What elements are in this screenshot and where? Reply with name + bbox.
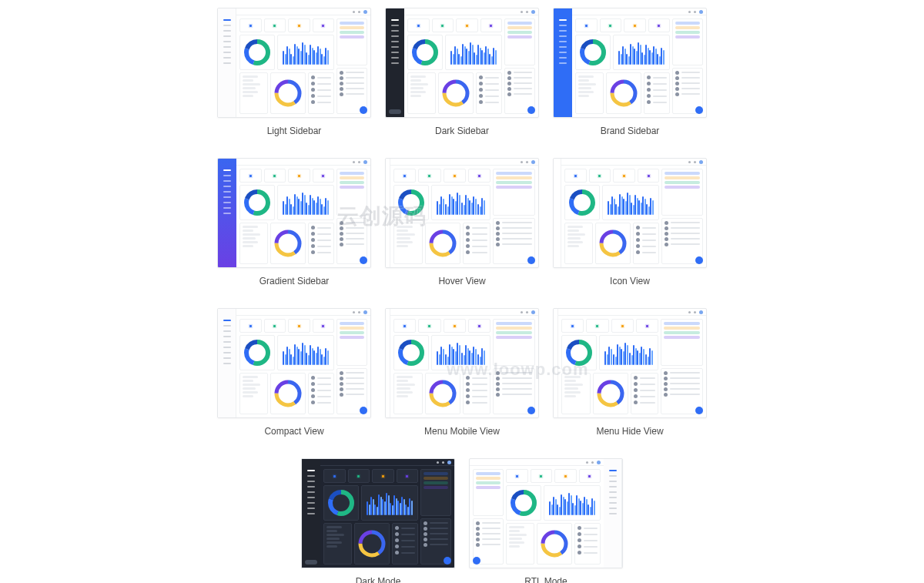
- box-icon[interactable]: [554, 469, 577, 483]
- gear-icon[interactable]: [526, 161, 528, 163]
- theme-thumb-rtl-mode[interactable]: [469, 458, 623, 568]
- box-icon[interactable]: [444, 169, 466, 183]
- fab-button[interactable]: [695, 106, 703, 114]
- chart-icon[interactable]: [531, 469, 553, 483]
- chart-icon[interactable]: [418, 319, 440, 333]
- users-icon[interactable]: [407, 18, 430, 32]
- avatar[interactable]: [363, 10, 367, 14]
- box-icon[interactable]: [624, 18, 646, 32]
- sidebar[interactable]: [604, 459, 622, 568]
- box-icon[interactable]: [444, 319, 466, 333]
- bell-icon[interactable]: [353, 311, 355, 313]
- fab-button[interactable]: [527, 106, 535, 114]
- avatar[interactable]: [363, 160, 367, 164]
- bell-icon[interactable]: [521, 11, 523, 13]
- bell-icon[interactable]: [521, 311, 523, 313]
- users-icon[interactable]: [393, 319, 416, 333]
- bell-icon[interactable]: [437, 461, 439, 464]
- chart-icon[interactable]: [264, 319, 286, 333]
- users-icon[interactable]: [393, 169, 416, 183]
- users-icon[interactable]: [506, 469, 528, 483]
- bell-icon[interactable]: [688, 161, 691, 163]
- theme-thumb-menu-mobile-view[interactable]: [385, 308, 539, 418]
- fab-button[interactable]: [695, 256, 703, 264]
- signal-icon[interactable]: [636, 319, 658, 333]
- gear-icon[interactable]: [526, 311, 528, 313]
- users-icon[interactable]: [323, 469, 346, 483]
- chart-icon[interactable]: [586, 319, 608, 333]
- chart-icon[interactable]: [264, 18, 286, 32]
- box-icon[interactable]: [611, 319, 634, 333]
- sidebar[interactable]: [554, 159, 561, 267]
- chart-icon[interactable]: [600, 18, 622, 32]
- fab-button[interactable]: [695, 407, 703, 414]
- sidebar[interactable]: [554, 8, 572, 117]
- users-icon[interactable]: [575, 18, 598, 32]
- avatar[interactable]: [699, 10, 703, 14]
- theme-thumb-icon-view[interactable]: [553, 158, 707, 268]
- box-icon[interactable]: [288, 18, 310, 32]
- avatar[interactable]: [447, 461, 451, 464]
- signal-icon[interactable]: [648, 18, 671, 32]
- gear-icon[interactable]: [694, 11, 696, 13]
- theme-thumb-brand-sidebar[interactable]: [553, 8, 707, 118]
- gear-icon[interactable]: [442, 461, 444, 464]
- avatar[interactable]: [597, 461, 601, 464]
- users-icon[interactable]: [561, 319, 584, 333]
- avatar[interactable]: [699, 310, 703, 314]
- fab-button[interactable]: [473, 557, 480, 565]
- bell-icon[interactable]: [688, 11, 691, 13]
- gear-icon[interactable]: [358, 11, 360, 13]
- fab-button[interactable]: [527, 256, 535, 264]
- gear-icon[interactable]: [591, 461, 594, 464]
- box-icon[interactable]: [288, 169, 310, 183]
- chart-icon[interactable]: [264, 169, 286, 183]
- fab-button[interactable]: [360, 407, 367, 414]
- theme-thumb-menu-hide-view[interactable]: [553, 308, 707, 418]
- bell-icon[interactable]: [353, 11, 355, 13]
- theme-thumb-dark-mode[interactable]: [301, 458, 455, 568]
- chart-icon[interactable]: [432, 18, 454, 32]
- users-icon[interactable]: [239, 18, 262, 32]
- box-icon[interactable]: [456, 18, 478, 32]
- fab-button[interactable]: [527, 407, 535, 414]
- signal-icon[interactable]: [313, 169, 335, 183]
- chart-icon[interactable]: [589, 169, 611, 183]
- box-icon[interactable]: [288, 319, 310, 333]
- sidebar[interactable]: [218, 8, 236, 117]
- avatar[interactable]: [699, 160, 703, 164]
- gear-icon[interactable]: [526, 11, 528, 13]
- signal-icon[interactable]: [397, 469, 419, 483]
- gear-icon[interactable]: [358, 311, 360, 313]
- fab-button[interactable]: [360, 256, 367, 264]
- users-icon[interactable]: [239, 319, 262, 333]
- theme-thumb-dark-sidebar[interactable]: [385, 8, 539, 118]
- sidebar[interactable]: [218, 309, 236, 417]
- avatar[interactable]: [531, 160, 535, 164]
- signal-icon[interactable]: [313, 18, 335, 32]
- box-icon[interactable]: [613, 169, 635, 183]
- gear-icon[interactable]: [694, 311, 696, 313]
- chart-icon[interactable]: [348, 469, 370, 483]
- chart-icon[interactable]: [418, 169, 440, 183]
- theme-thumb-hover-view[interactable]: [385, 158, 539, 268]
- gear-icon[interactable]: [358, 161, 360, 163]
- gear-icon[interactable]: [694, 161, 696, 163]
- bell-icon[interactable]: [586, 461, 588, 464]
- box-icon[interactable]: [372, 469, 394, 483]
- fab-button[interactable]: [360, 106, 367, 114]
- sidebar[interactable]: [302, 459, 320, 568]
- signal-icon[interactable]: [480, 18, 503, 32]
- sidebar[interactable]: [218, 159, 236, 267]
- bell-icon[interactable]: [353, 161, 355, 163]
- avatar[interactable]: [363, 310, 367, 314]
- theme-thumb-compact-view[interactable]: [217, 308, 371, 418]
- users-icon[interactable]: [564, 169, 587, 183]
- signal-icon[interactable]: [579, 469, 601, 483]
- bell-icon[interactable]: [688, 311, 691, 313]
- theme-thumb-gradient-sidebar[interactable]: [217, 158, 371, 268]
- theme-thumb-light-sidebar[interactable]: [217, 8, 371, 118]
- signal-icon[interactable]: [468, 319, 490, 333]
- signal-icon[interactable]: [313, 319, 335, 333]
- signal-icon[interactable]: [468, 169, 490, 183]
